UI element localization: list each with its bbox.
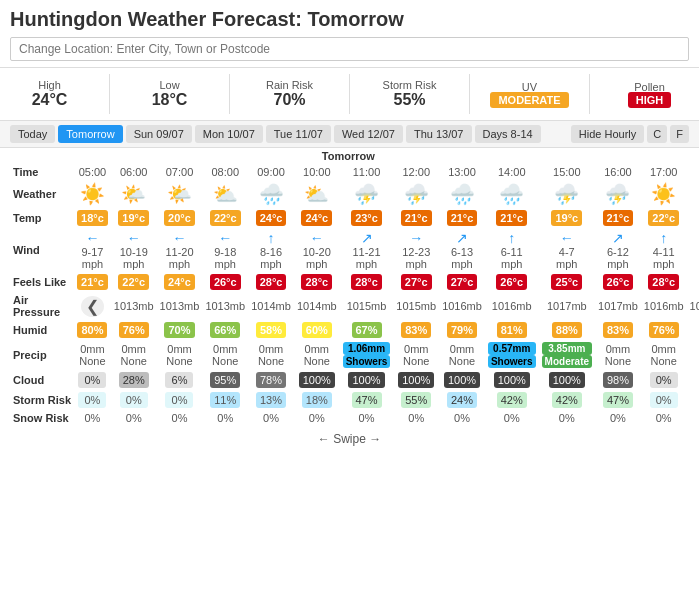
humid-value-4: 58% xyxy=(256,322,286,338)
storm-risk-cell-8: 24% xyxy=(439,390,485,410)
weather-icon-9: 🌧️ xyxy=(499,183,524,205)
uv-badge: MODERATE xyxy=(490,92,568,108)
wind-cell-9: ↑6-11 mph xyxy=(485,228,539,272)
temp-cell-3: 22°c xyxy=(202,208,248,228)
pressure-cell-11: 1016mb xyxy=(641,292,687,320)
feels-cell-11: 26°c xyxy=(595,272,641,292)
weather-row-label: Weather xyxy=(10,180,74,208)
weather-icon-12: ☀️ xyxy=(651,183,676,205)
storm-risk-value-6: 47% xyxy=(352,392,382,408)
snow-risk-cell-0: 0% xyxy=(74,410,111,426)
temp-value-10: 19°c xyxy=(551,210,582,226)
feels-cell-9: 26°c xyxy=(485,272,539,292)
time-cell-6: 11:00 xyxy=(340,164,394,180)
snow-risk-cell-11: 0% xyxy=(595,410,641,426)
cloud-cell-3: 95% xyxy=(202,370,248,390)
storm-risk-row-label: Storm Risk xyxy=(10,390,74,410)
temp-cell-5: 24°c xyxy=(294,208,340,228)
temp-value-5: 24°c xyxy=(301,210,332,226)
weather-cell-7: ⛈️ xyxy=(393,180,439,208)
cloud-cell-1: 28% xyxy=(111,370,157,390)
temp-cell-8: 21°c xyxy=(439,208,485,228)
cloud-cell-10: 100% xyxy=(539,370,595,390)
storm-value: 55% xyxy=(370,91,449,109)
temp-cell-1: 19°c xyxy=(111,208,157,228)
nav-tab-today[interactable]: Today xyxy=(10,125,55,143)
humid-value-9: 81% xyxy=(497,322,527,338)
humid-value-10: 88% xyxy=(552,322,582,338)
divider-5 xyxy=(589,74,590,114)
storm-risk-value-12: 0% xyxy=(650,392,678,408)
time-cell-3: 08:00 xyxy=(202,164,248,180)
temp-row-label: Temp xyxy=(10,208,74,228)
weather-icon-4: 🌧️ xyxy=(259,183,284,205)
pressure-row: Air Pressure❮1013mb1013mb1013mb1014mb101… xyxy=(10,292,699,320)
temp-cell-12: 22°c xyxy=(641,208,687,228)
snow-risk-row-label: Snow Risk xyxy=(10,410,74,426)
weather-cell-10: ⛈️ xyxy=(539,180,595,208)
precip-row: Precip0mmNone0mmNone0mmNone0mmNone0mmNon… xyxy=(10,340,699,370)
humid-cell-6: 67% xyxy=(340,320,394,340)
storm-risk-cell-3: 11% xyxy=(202,390,248,410)
wind-cell-6: ↗11-21 mph xyxy=(340,228,394,272)
humid-row: Humid80%76%70%66%58%60%67%83%79%81%88%83… xyxy=(10,320,699,340)
time-cell-5: 10:00 xyxy=(294,164,340,180)
time-cell-1: 06:00 xyxy=(111,164,157,180)
storm-risk-value-10: 42% xyxy=(552,392,582,408)
storm-risk-cell-1: 0% xyxy=(111,390,157,410)
nav-tab-mon-10/07[interactable]: Mon 10/07 xyxy=(195,125,263,143)
pressure-cell-5: 1015mb xyxy=(340,292,394,320)
humid-value-8: 79% xyxy=(447,322,477,338)
humid-value-0: 80% xyxy=(77,322,107,338)
wind-arrow-8: ↗ xyxy=(442,230,482,246)
high-summary: High 24°C xyxy=(10,79,89,109)
unit-unit_c-btn[interactable]: C xyxy=(647,125,667,143)
humid-value-3: 66% xyxy=(210,322,240,338)
time-cell-12: 17:00 xyxy=(641,164,687,180)
storm-risk-cell-5: 18% xyxy=(294,390,340,410)
uv-summary: UV MODERATE xyxy=(490,81,569,107)
temp-value-1: 19°c xyxy=(118,210,149,226)
humid-cell-0: 80% xyxy=(74,320,111,340)
storm-risk-cell-7: 55% xyxy=(393,390,439,410)
nav-tab-thu-13/07[interactable]: Thu 13/07 xyxy=(406,125,472,143)
nav-tab-tue-11/07[interactable]: Tue 11/07 xyxy=(266,125,331,143)
snow-risk-cell-7: 0% xyxy=(393,410,439,426)
temp-value-11: 21°c xyxy=(603,210,634,226)
nav-bar: TodayTomorrowSun 09/07Mon 10/07Tue 11/07… xyxy=(0,121,699,148)
humid-value-7: 83% xyxy=(401,322,431,338)
cloud-row: Cloud0%28%6%95%78%100%100%100%100%100%10… xyxy=(10,370,699,390)
wind-speed-1: 10-19 mph xyxy=(114,246,154,270)
cloud-value-10: 100% xyxy=(549,372,585,388)
humid-row-label: Humid xyxy=(10,320,74,340)
storm-risk-value-7: 55% xyxy=(401,392,431,408)
weather-icon-8: 🌧️ xyxy=(450,183,475,205)
hide-hourly-btn[interactable]: Hide Hourly xyxy=(571,125,644,143)
precip-cell-7: 0mmNone xyxy=(393,340,439,370)
nav-tab-tomorrow[interactable]: Tomorrow xyxy=(58,125,122,143)
air-pressure-label: Air Pressure xyxy=(13,294,60,318)
summary-bar: High 24°C Low 18°C Rain Risk 70% Storm R… xyxy=(0,67,699,121)
weather-icon-2: 🌤️ xyxy=(167,183,192,205)
nav-tab-sun-09/07[interactable]: Sun 09/07 xyxy=(126,125,192,143)
nav-tab-wed-12/07[interactable]: Wed 12/07 xyxy=(334,125,403,143)
weather-icon-10: ⛈️ xyxy=(554,183,579,205)
pressure-cell-9: 1017mb xyxy=(539,292,595,320)
storm-risk-cell-6: 47% xyxy=(340,390,394,410)
nav-tab-days-8-14[interactable]: Days 8-14 xyxy=(475,125,541,143)
weather-icon-1: 🌤️ xyxy=(121,183,146,205)
scroll-left-arrow[interactable]: ❮ xyxy=(74,292,111,320)
snow-risk-cell-5: 0% xyxy=(294,410,340,426)
low-label: Low xyxy=(130,79,209,91)
cloud-cell-6: 100% xyxy=(340,370,394,390)
humid-cell-9: 81% xyxy=(485,320,539,340)
location-input[interactable] xyxy=(10,37,689,61)
cloud-cell-5: 100% xyxy=(294,370,340,390)
feels-cell-3: 26°c xyxy=(202,272,248,292)
wind-arrow-1: ← xyxy=(114,230,154,246)
unit-unit_f-btn[interactable]: F xyxy=(670,125,689,143)
feels-cell-4: 28°c xyxy=(248,272,294,292)
wind-speed-9: 6-11 mph xyxy=(488,246,536,270)
storm-summary: Storm Risk 55% xyxy=(370,79,449,109)
feels-value-9: 26°c xyxy=(496,274,527,290)
